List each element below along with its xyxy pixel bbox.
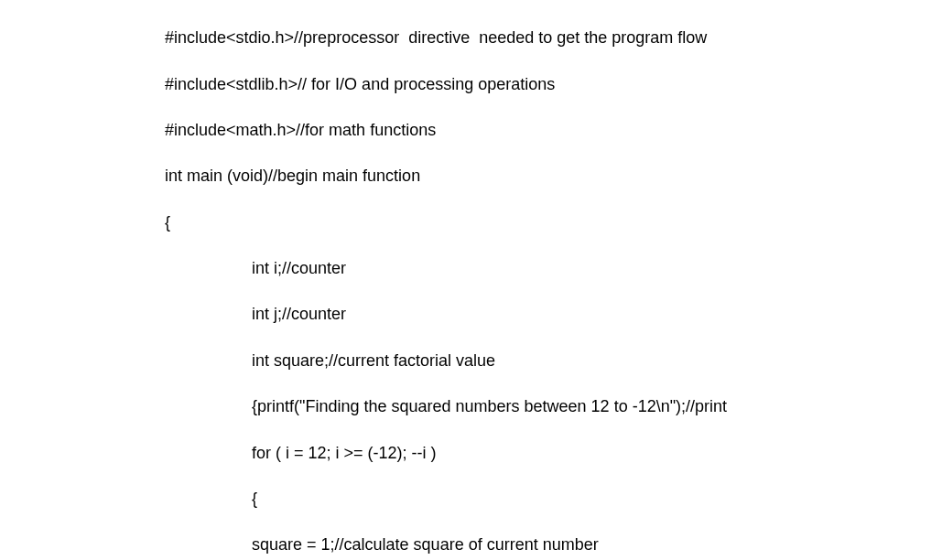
code-line: #include<stdlib.h>// for I/O and process…: [165, 73, 942, 96]
code-line: square = 1;//calculate square of current…: [165, 533, 942, 556]
code-line: int i;//counter: [165, 257, 942, 280]
code-block: #include<stdio.h>//preprocessor directiv…: [0, 0, 942, 560]
code-line: int j;//counter: [165, 303, 942, 326]
code-line: int main (void)//begin main function: [165, 165, 942, 188]
code-line: #include<math.h>//for math functions: [165, 119, 942, 142]
code-line: {: [165, 211, 942, 234]
code-line: int square;//current factorial value: [165, 350, 942, 372]
code-line: #include<stdio.h>//preprocessor directiv…: [165, 27, 942, 49]
code-line: {: [165, 488, 942, 511]
code-line: {printf("Finding the squared numbers bet…: [165, 395, 942, 418]
code-line: for ( i = 12; i >= (-12); --i ): [165, 442, 942, 465]
